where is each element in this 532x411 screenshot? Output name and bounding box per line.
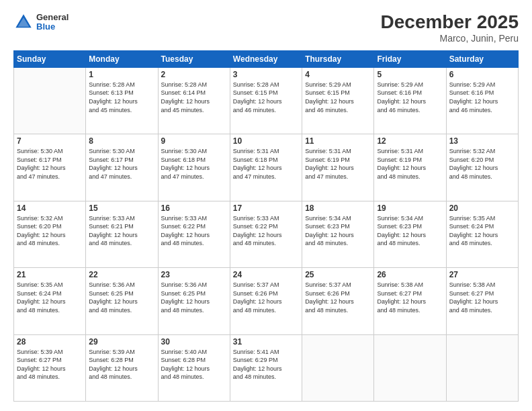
- day-info: Sunrise: 5:40 AM Sunset: 6:28 PM Dayligh…: [161, 348, 227, 381]
- day-number: 21: [17, 270, 83, 279]
- title-block: December 2025 Marco, Junin, Peru: [381, 12, 519, 44]
- day-number: 18: [305, 203, 371, 213]
- day-number: 16: [161, 203, 227, 213]
- day-info: Sunrise: 5:30 AM Sunset: 6:17 PM Dayligh…: [89, 147, 154, 181]
- logo-text: General Blue: [36, 13, 69, 32]
- day-number: 12: [377, 136, 443, 146]
- day-info: Sunrise: 5:29 AM Sunset: 6:16 PM Dayligh…: [449, 81, 515, 114]
- col-saturday: Saturday: [446, 50, 518, 67]
- day-info: Sunrise: 5:36 AM Sunset: 6:25 PM Dayligh…: [89, 281, 154, 314]
- calendar-cell: 3Sunrise: 5:28 AM Sunset: 6:15 PM Daylig…: [230, 67, 302, 134]
- day-number: 1: [89, 70, 154, 79]
- day-info: Sunrise: 5:36 AM Sunset: 6:25 PM Dayligh…: [161, 281, 227, 314]
- day-number: 9: [161, 136, 227, 146]
- calendar-week-row: 14Sunrise: 5:32 AM Sunset: 6:20 PM Dayli…: [14, 201, 519, 267]
- calendar-cell: 7Sunrise: 5:30 AM Sunset: 6:17 PM Daylig…: [14, 134, 86, 201]
- calendar-cell: 19Sunrise: 5:34 AM Sunset: 6:23 PM Dayli…: [374, 201, 446, 267]
- logo: General Blue: [13, 12, 69, 32]
- day-number: 14: [17, 203, 83, 213]
- day-info: Sunrise: 5:31 AM Sunset: 6:19 PM Dayligh…: [377, 147, 443, 181]
- calendar-cell: 30Sunrise: 5:40 AM Sunset: 6:28 PM Dayli…: [158, 334, 230, 401]
- col-tuesday: Tuesday: [158, 50, 230, 67]
- day-info: Sunrise: 5:30 AM Sunset: 6:18 PM Dayligh…: [161, 147, 227, 181]
- col-wednesday: Wednesday: [230, 50, 302, 67]
- day-number: 27: [449, 270, 515, 279]
- calendar-week-row: 1Sunrise: 5:28 AM Sunset: 6:13 PM Daylig…: [14, 67, 519, 134]
- col-monday: Monday: [86, 50, 158, 67]
- calendar-cell: 26Sunrise: 5:38 AM Sunset: 6:27 PM Dayli…: [374, 268, 446, 334]
- day-number: 15: [89, 203, 154, 213]
- calendar-cell: 12Sunrise: 5:31 AM Sunset: 6:19 PM Dayli…: [374, 134, 446, 201]
- calendar-title: December 2025: [381, 12, 519, 33]
- col-friday: Friday: [374, 50, 446, 67]
- calendar-cell: 21Sunrise: 5:35 AM Sunset: 6:24 PM Dayli…: [14, 268, 86, 334]
- calendar-cell: 13Sunrise: 5:32 AM Sunset: 6:20 PM Dayli…: [446, 134, 518, 201]
- day-info: Sunrise: 5:33 AM Sunset: 6:22 PM Dayligh…: [161, 214, 227, 248]
- calendar-cell: 9Sunrise: 5:30 AM Sunset: 6:18 PM Daylig…: [158, 134, 230, 201]
- day-info: Sunrise: 5:34 AM Sunset: 6:23 PM Dayligh…: [377, 214, 443, 248]
- day-info: Sunrise: 5:29 AM Sunset: 6:16 PM Dayligh…: [377, 81, 443, 114]
- day-number: 3: [233, 70, 299, 79]
- calendar-cell: 6Sunrise: 5:29 AM Sunset: 6:16 PM Daylig…: [446, 67, 518, 134]
- calendar-cell: 28Sunrise: 5:39 AM Sunset: 6:27 PM Dayli…: [14, 334, 86, 401]
- day-info: Sunrise: 5:29 AM Sunset: 6:15 PM Dayligh…: [305, 81, 371, 114]
- col-thursday: Thursday: [302, 50, 374, 67]
- day-number: 26: [377, 270, 443, 279]
- calendar-cell: 1Sunrise: 5:28 AM Sunset: 6:13 PM Daylig…: [86, 67, 158, 134]
- day-number: 29: [89, 337, 154, 347]
- day-number: 19: [377, 203, 443, 213]
- calendar-cell: 10Sunrise: 5:31 AM Sunset: 6:18 PM Dayli…: [230, 134, 302, 201]
- day-info: Sunrise: 5:28 AM Sunset: 6:13 PM Dayligh…: [89, 81, 154, 114]
- day-number: 5: [377, 70, 443, 79]
- calendar-cell: 23Sunrise: 5:36 AM Sunset: 6:25 PM Dayli…: [158, 268, 230, 334]
- day-info: Sunrise: 5:31 AM Sunset: 6:19 PM Dayligh…: [305, 147, 371, 181]
- day-info: Sunrise: 5:37 AM Sunset: 6:26 PM Dayligh…: [233, 281, 299, 314]
- calendar-cell: [14, 67, 86, 134]
- day-number: 11: [305, 136, 371, 146]
- day-info: Sunrise: 5:28 AM Sunset: 6:15 PM Dayligh…: [233, 81, 299, 114]
- calendar-cell: 22Sunrise: 5:36 AM Sunset: 6:25 PM Dayli…: [86, 268, 158, 334]
- day-info: Sunrise: 5:38 AM Sunset: 6:27 PM Dayligh…: [377, 281, 443, 314]
- day-number: 30: [161, 337, 227, 347]
- calendar-cell: 31Sunrise: 5:41 AM Sunset: 6:29 PM Dayli…: [230, 334, 302, 401]
- calendar-cell: 25Sunrise: 5:37 AM Sunset: 6:26 PM Dayli…: [302, 268, 374, 334]
- logo-icon: [13, 12, 34, 32]
- calendar-cell: 15Sunrise: 5:33 AM Sunset: 6:21 PM Dayli…: [86, 201, 158, 267]
- calendar-cell: 2Sunrise: 5:28 AM Sunset: 6:14 PM Daylig…: [158, 67, 230, 134]
- day-number: 8: [89, 136, 154, 146]
- day-number: 17: [233, 203, 299, 213]
- header: General Blue December 2025 Marco, Junin,…: [13, 12, 519, 44]
- day-number: 31: [233, 337, 299, 347]
- calendar-week-row: 28Sunrise: 5:39 AM Sunset: 6:27 PM Dayli…: [14, 334, 519, 401]
- day-info: Sunrise: 5:34 AM Sunset: 6:23 PM Dayligh…: [305, 214, 371, 248]
- day-info: Sunrise: 5:31 AM Sunset: 6:18 PM Dayligh…: [233, 147, 299, 181]
- calendar-cell: [446, 334, 518, 401]
- calendar-cell: 14Sunrise: 5:32 AM Sunset: 6:20 PM Dayli…: [14, 201, 86, 267]
- day-info: Sunrise: 5:39 AM Sunset: 6:27 PM Dayligh…: [17, 348, 83, 381]
- day-info: Sunrise: 5:39 AM Sunset: 6:28 PM Dayligh…: [89, 348, 154, 381]
- day-number: 24: [233, 270, 299, 279]
- day-number: 10: [233, 136, 299, 146]
- day-info: Sunrise: 5:28 AM Sunset: 6:14 PM Dayligh…: [161, 81, 227, 114]
- day-number: 7: [17, 136, 83, 146]
- page: General Blue December 2025 Marco, Junin,…: [0, 0, 532, 411]
- day-info: Sunrise: 5:32 AM Sunset: 6:20 PM Dayligh…: [449, 147, 515, 181]
- day-number: 28: [17, 337, 83, 347]
- calendar-week-row: 7Sunrise: 5:30 AM Sunset: 6:17 PM Daylig…: [14, 134, 519, 201]
- day-number: 2: [161, 70, 227, 79]
- day-info: Sunrise: 5:35 AM Sunset: 6:24 PM Dayligh…: [17, 281, 83, 314]
- calendar-header-row: Sunday Monday Tuesday Wednesday Thursday…: [14, 50, 519, 67]
- day-number: 13: [449, 136, 515, 146]
- calendar-cell: 8Sunrise: 5:30 AM Sunset: 6:17 PM Daylig…: [86, 134, 158, 201]
- day-number: 20: [449, 203, 515, 213]
- day-info: Sunrise: 5:37 AM Sunset: 6:26 PM Dayligh…: [305, 281, 371, 314]
- calendar-cell: 24Sunrise: 5:37 AM Sunset: 6:26 PM Dayli…: [230, 268, 302, 334]
- calendar-cell: [374, 334, 446, 401]
- calendar-table: Sunday Monday Tuesday Wednesday Thursday…: [13, 50, 519, 402]
- day-info: Sunrise: 5:33 AM Sunset: 6:22 PM Dayligh…: [233, 214, 299, 248]
- calendar-cell: 4Sunrise: 5:29 AM Sunset: 6:15 PM Daylig…: [302, 67, 374, 134]
- calendar-cell: 11Sunrise: 5:31 AM Sunset: 6:19 PM Dayli…: [302, 134, 374, 201]
- logo-blue: Blue: [36, 22, 69, 32]
- day-info: Sunrise: 5:41 AM Sunset: 6:29 PM Dayligh…: [233, 348, 299, 381]
- day-number: 6: [449, 70, 515, 79]
